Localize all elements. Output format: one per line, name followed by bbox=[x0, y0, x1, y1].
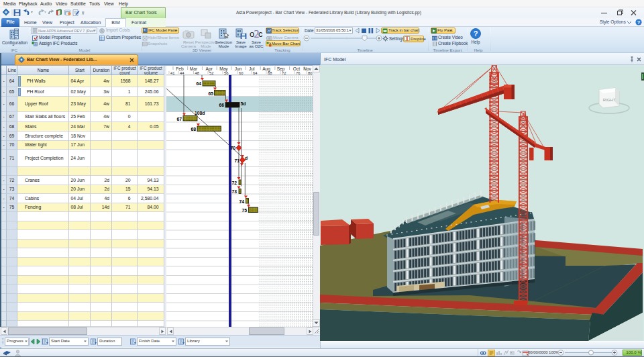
svg-text:72: 72 bbox=[231, 181, 237, 185]
svg-text:56: 56 bbox=[224, 71, 228, 75]
svg-text:71: 71 bbox=[234, 158, 239, 163]
svg-text:Jun: Jun bbox=[235, 66, 242, 71]
svg-text:70: 70 bbox=[230, 146, 235, 150]
svg-text:d: d bbox=[245, 156, 248, 160]
svg-text:?: ? bbox=[474, 30, 478, 38]
svg-text:72: 72 bbox=[282, 71, 286, 75]
svg-text:Feb: Feb bbox=[176, 66, 184, 71]
svg-text:Oct: Oct bbox=[293, 66, 300, 71]
svg-text:5d: 5d bbox=[241, 101, 246, 106]
svg-text:64: 64 bbox=[196, 81, 201, 86]
svg-text:41: 41 bbox=[170, 71, 174, 75]
svg-text:64: 64 bbox=[253, 71, 258, 75]
svg-text:48: 48 bbox=[195, 71, 199, 75]
svg-text:67: 67 bbox=[176, 117, 182, 121]
svg-text:44: 44 bbox=[180, 71, 184, 75]
svg-text:65: 65 bbox=[208, 91, 213, 96]
svg-text:74: 74 bbox=[239, 199, 244, 204]
svg-text:75: 75 bbox=[241, 208, 247, 213]
svg-text:80: 80 bbox=[308, 71, 312, 75]
svg-text:60: 60 bbox=[239, 71, 243, 75]
svg-text:68: 68 bbox=[268, 71, 272, 75]
svg-text:Nov: Nov bbox=[303, 66, 311, 71]
svg-text:68: 68 bbox=[191, 127, 196, 132]
svg-text:76: 76 bbox=[296, 71, 300, 75]
svg-text:RIGHT: RIGHT bbox=[603, 98, 616, 102]
svg-text:108d: 108d bbox=[195, 111, 205, 115]
svg-text:Mar: Mar bbox=[190, 66, 198, 71]
svg-text:73: 73 bbox=[231, 189, 237, 194]
svg-text:66: 66 bbox=[219, 103, 224, 107]
svg-text:c: c bbox=[258, 29, 263, 39]
svg-text:?: ? bbox=[637, 19, 641, 26]
svg-text:Jul: Jul bbox=[249, 66, 255, 71]
svg-text:52: 52 bbox=[209, 71, 213, 75]
